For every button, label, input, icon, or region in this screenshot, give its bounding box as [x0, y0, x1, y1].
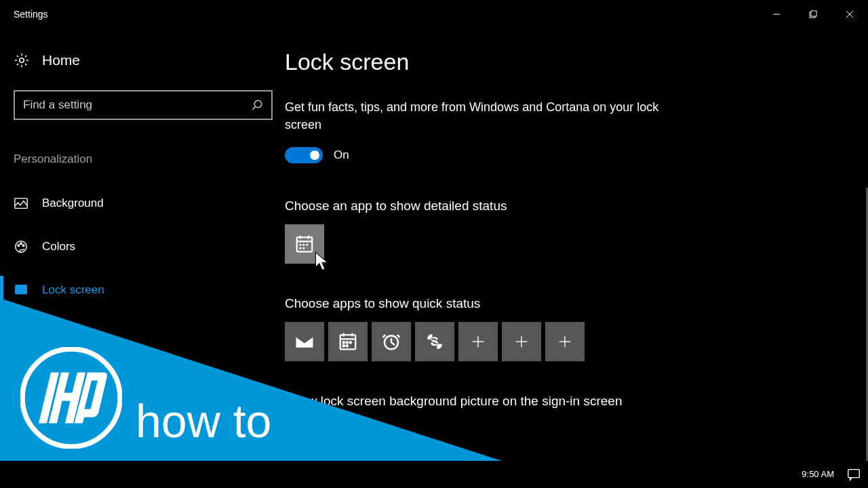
themes-icon — [14, 326, 28, 341]
sidebar-item-colors[interactable]: Colors — [14, 228, 271, 265]
nav-label: Themes — [42, 327, 83, 340]
svg-point-29 — [343, 342, 345, 344]
calendar-icon — [338, 331, 358, 352]
nav-label: Background — [42, 197, 104, 210]
nav-label: Lock screen — [42, 283, 104, 297]
svg-rect-43 — [848, 470, 860, 478]
svg-point-5 — [20, 58, 24, 62]
svg-point-6 — [254, 100, 262, 108]
svg-rect-13 — [16, 285, 27, 294]
plus-icon — [471, 334, 486, 349]
calendar-icon — [294, 234, 315, 254]
detailed-status-heading: Choose an app to show detailed status — [285, 199, 841, 214]
maximize-icon — [809, 10, 817, 18]
tips-toggle-row: On — [285, 147, 841, 163]
minimize-icon — [772, 10, 781, 18]
title-bar: Settings — [0, 0, 868, 28]
nav-label: Colors — [42, 240, 75, 253]
section-title: Personalization — [14, 152, 271, 166]
quick-app-add-3[interactable] — [545, 322, 585, 361]
quick-status-row — [285, 322, 841, 361]
quick-app-mail[interactable] — [285, 322, 324, 361]
clock-time: 9:50 AM — [802, 469, 834, 481]
mail-icon — [294, 331, 315, 352]
sidebar-item-lockscreen[interactable]: Lock screen — [14, 272, 271, 308]
home-nav[interactable]: Home — [14, 52, 271, 68]
tips-toggle[interactable] — [285, 147, 323, 163]
clock-icon — [381, 331, 401, 352]
svg-rect-2 — [811, 11, 816, 16]
search-box[interactable] — [14, 90, 273, 120]
quick-app-add-2[interactable] — [502, 322, 541, 361]
close-icon — [846, 10, 854, 18]
svg-line-7 — [252, 106, 256, 110]
plus-icon — [514, 334, 529, 349]
svg-point-10 — [18, 245, 20, 247]
skype-icon — [425, 331, 445, 352]
colors-icon — [14, 239, 28, 254]
quick-app-alarms[interactable] — [372, 322, 411, 361]
signin-picture-heading: Show lock screen background picture on t… — [285, 394, 841, 409]
quick-status-heading: Choose apps to show quick status — [285, 296, 841, 311]
action-center-icon — [846, 467, 861, 482]
sidebar-item-background[interactable]: Background — [14, 185, 271, 222]
toggle-state-label: On — [334, 148, 349, 162]
quick-app-add-1[interactable] — [458, 322, 498, 361]
taskbar: 9:50 AM — [0, 461, 868, 488]
sidebar: Home Personalization Background Colors L… — [0, 28, 285, 461]
svg-point-31 — [350, 342, 352, 344]
cursor-icon — [312, 251, 332, 272]
action-center-button[interactable] — [845, 466, 863, 483]
svg-point-12 — [22, 245, 24, 247]
lockscreen-icon — [14, 283, 28, 298]
close-button[interactable] — [831, 0, 868, 28]
quick-app-skype[interactable] — [415, 322, 454, 361]
background-icon — [14, 196, 28, 211]
tips-description: Get fun facts, tips, and more from Windo… — [285, 98, 678, 134]
svg-point-33 — [347, 345, 349, 347]
quick-app-calendar[interactable] — [328, 322, 368, 361]
detailed-status-app-tile[interactable] — [285, 224, 324, 264]
home-label: Home — [42, 52, 80, 68]
window-controls — [758, 0, 868, 28]
svg-point-30 — [347, 342, 349, 344]
svg-rect-15 — [16, 329, 27, 338]
svg-point-32 — [343, 345, 345, 347]
search-icon — [251, 99, 263, 111]
taskbar-clock[interactable]: 9:50 AM — [802, 469, 834, 481]
maximize-button[interactable] — [795, 0, 831, 28]
plus-icon — [557, 334, 572, 349]
search-input[interactable] — [23, 98, 251, 112]
gear-icon — [14, 52, 30, 68]
main-panel: Lock screen Get fun facts, tips, and mor… — [285, 28, 868, 461]
sidebar-item-themes[interactable]: Themes — [14, 315, 271, 352]
minimize-button[interactable] — [758, 0, 795, 28]
window-title: Settings — [14, 9, 48, 20]
svg-point-11 — [20, 243, 22, 245]
page-heading: Lock screen — [285, 49, 841, 75]
